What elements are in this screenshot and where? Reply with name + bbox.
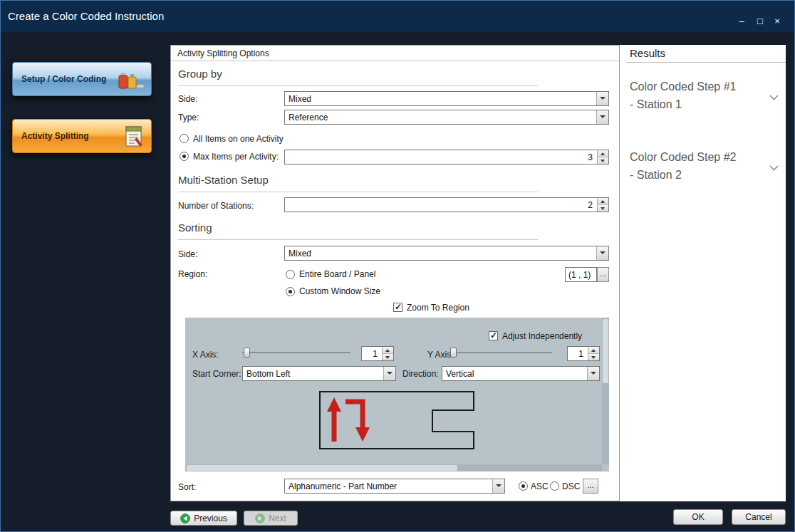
sorting-side-label: Side: xyxy=(178,249,197,259)
custom-window-radio[interactable] xyxy=(286,287,295,296)
entire-board-radio-label: Entire Board / Panel xyxy=(299,269,375,279)
number-of-stations-value: 2 xyxy=(588,200,593,210)
horizontal-scrollbar[interactable] xyxy=(185,464,602,471)
y-axis-slider-thumb[interactable] xyxy=(450,348,457,358)
panel-title: Activity Splitting Options xyxy=(177,48,269,58)
ok-button-label: OK xyxy=(692,512,704,522)
max-items-input[interactable]: 3 xyxy=(284,150,609,165)
dsc-radio[interactable] xyxy=(550,481,559,491)
number-of-stations-input[interactable]: 2 xyxy=(284,197,609,212)
result-item-step-1[interactable]: Color Coded Step #1 - Station 1 xyxy=(626,78,786,123)
window-title: Create a Color Coded Instruction xyxy=(8,10,164,22)
y-axis-spinner xyxy=(588,347,599,360)
activity-splitting-options-panel: Activity Splitting Options Group by Side… xyxy=(170,45,620,501)
dropdown-arrow-icon[interactable] xyxy=(596,92,608,105)
previous-button[interactable]: Previous xyxy=(170,511,237,526)
slider-track xyxy=(242,352,350,353)
direction-label: Direction: xyxy=(402,369,439,379)
number-of-stations-label: Number of Stations: xyxy=(178,201,254,211)
x-axis-slider[interactable] xyxy=(242,347,350,358)
spin-down-button[interactable] xyxy=(383,354,393,361)
zoom-to-region-label: Zoom To Region xyxy=(407,303,469,313)
region-label: Region: xyxy=(178,269,207,279)
max-items-value: 3 xyxy=(588,152,593,162)
next-button[interactable]: Next xyxy=(244,511,298,526)
notepad-icon xyxy=(123,125,145,152)
all-items-radio[interactable] xyxy=(180,134,189,143)
previous-button-label: Previous xyxy=(194,513,227,523)
group-side-select[interactable]: Mixed xyxy=(284,91,609,106)
start-corner-select[interactable]: Bottom Left xyxy=(242,366,396,381)
next-button-label: Next xyxy=(269,513,286,523)
sidebar-step-setup-color-coding[interactable]: Setup / Color Coding xyxy=(12,62,152,96)
spin-down-button[interactable] xyxy=(598,157,608,165)
vertical-scrollbar[interactable] xyxy=(602,318,609,464)
maximize-button[interactable]: □ xyxy=(753,15,767,28)
dropdown-arrow-icon[interactable] xyxy=(596,110,608,124)
max-items-radio[interactable] xyxy=(180,152,189,161)
minimize-button[interactable]: – xyxy=(734,15,749,28)
spin-up-button[interactable] xyxy=(598,150,608,157)
dsc-radio-label: DSC xyxy=(562,481,580,491)
x-axis-input[interactable]: 1 xyxy=(361,346,394,361)
chevron-down-icon[interactable] xyxy=(769,161,779,174)
result-item-step-2[interactable]: Color Coded Step #2 - Station 2 xyxy=(626,148,786,194)
x-axis-spinner xyxy=(382,347,393,360)
ok-button[interactable]: OK xyxy=(673,509,723,525)
paint-bottles-icon xyxy=(117,68,145,95)
step-label: Activity Splitting xyxy=(21,131,89,141)
group-type-value: Reference xyxy=(289,113,328,122)
y-axis-slider[interactable] xyxy=(449,347,552,358)
max-items-radio-label: Max Items per Activity: xyxy=(193,152,279,162)
sort-select[interactable]: Alphanumeric - Part Number xyxy=(284,479,505,494)
scrollbar-thumb[interactable] xyxy=(187,465,457,471)
dropdown-arrow-icon[interactable] xyxy=(596,246,608,260)
max-items-spinner xyxy=(597,150,608,164)
spin-up-button[interactable] xyxy=(383,347,393,354)
spin-up-button[interactable] xyxy=(598,198,608,205)
entire-board-radio[interactable] xyxy=(286,270,295,279)
close-button[interactable]: × xyxy=(770,15,784,28)
cancel-button-label: Cancel xyxy=(745,512,771,522)
sort-label: Sort: xyxy=(178,482,196,492)
sidebar-step-activity-splitting[interactable]: Activity Splitting xyxy=(12,119,152,153)
panel-header: Activity Splitting Options xyxy=(171,46,619,61)
multi-station-rule xyxy=(178,192,538,192)
dropdown-arrow-icon[interactable] xyxy=(383,367,395,380)
start-corner-label: Start Corner: xyxy=(192,369,241,379)
dropdown-arrow-icon[interactable] xyxy=(587,367,599,380)
y-axis-value: 1 xyxy=(578,349,583,359)
custom-window-radio-label: Custom Window Size xyxy=(299,286,380,296)
adjust-independently-checkbox[interactable] xyxy=(489,331,498,340)
region-ellipsis-button[interactable]: ... xyxy=(597,267,609,282)
results-rule xyxy=(626,62,786,63)
y-axis-input[interactable]: 1 xyxy=(567,346,600,361)
results-title: Results xyxy=(630,47,665,59)
multi-station-heading: Multi-Station Setup xyxy=(178,174,269,186)
next-arrow-icon xyxy=(255,513,265,523)
asc-radio[interactable] xyxy=(519,481,528,491)
chevron-down-icon[interactable] xyxy=(769,90,779,103)
sort-ellipsis-button[interactable]: ... xyxy=(583,479,598,494)
cancel-button[interactable]: Cancel xyxy=(732,509,786,525)
step-label: Setup / Color Coding xyxy=(21,74,106,84)
direction-select[interactable]: Vertical xyxy=(442,366,600,381)
result-item-label: Color Coded Step #1 - Station 1 xyxy=(630,78,758,113)
x-axis-label: X Axis: xyxy=(192,350,219,360)
dropdown-arrow-icon[interactable] xyxy=(492,479,504,493)
sorting-side-value: Mixed xyxy=(289,249,311,259)
sorting-side-select[interactable]: Mixed xyxy=(284,246,609,261)
titlebar: Create a Color Coded Instruction – □ × xyxy=(1,1,794,32)
x-axis-slider-thumb[interactable] xyxy=(244,348,250,358)
scrollbar-thumb[interactable] xyxy=(603,319,608,383)
spin-up-button[interactable] xyxy=(588,347,599,354)
group-type-select[interactable]: Reference xyxy=(284,110,609,125)
spin-down-button[interactable] xyxy=(588,354,599,361)
region-coords-field[interactable]: (1 , 1) xyxy=(565,267,597,282)
spin-down-button[interactable] xyxy=(598,205,608,212)
x-axis-value: 1 xyxy=(373,349,378,359)
sort-value: Alphanumeric - Part Number xyxy=(289,481,397,491)
zoom-to-region-checkbox[interactable] xyxy=(393,303,402,312)
group-by-heading: Group by xyxy=(178,68,222,80)
sorting-heading: Sorting xyxy=(178,221,212,234)
